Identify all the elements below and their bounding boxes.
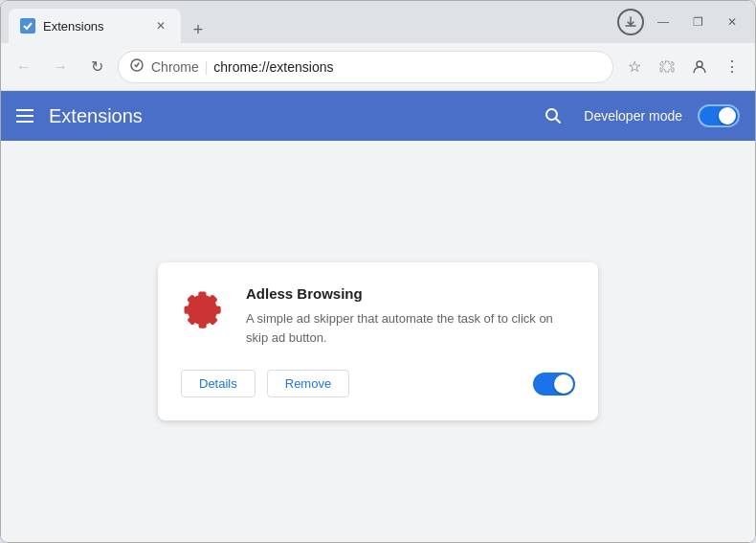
profile-button[interactable] (684, 52, 715, 82)
bookmark-button[interactable]: ☆ (619, 52, 650, 82)
hamburger-line (16, 109, 33, 111)
security-icon (130, 58, 144, 75)
extension-toggle-knob (554, 374, 573, 394)
extension-card: Adless Browsing A simple ad skipper that… (158, 262, 598, 420)
svg-point-2 (697, 61, 702, 67)
extension-info: Adless Browsing A simple ad skipper that… (246, 285, 575, 347)
extension-card-top: Adless Browsing A simple ad skipper that… (181, 285, 575, 347)
tab-close-button[interactable]: ✕ (152, 17, 169, 34)
extension-gear-icon (183, 287, 225, 329)
toggle-knob (719, 107, 736, 124)
reload-button[interactable]: ↻ (81, 52, 112, 82)
forward-button[interactable]: → (45, 52, 76, 82)
chrome-label: Chrome (151, 59, 199, 75)
extension-description: A simple ad skipper that automate the ta… (246, 309, 575, 347)
browser-window: Extensions ✕ + — ❐ ✕ ← → ↻ (0, 0, 756, 543)
svg-rect-0 (20, 18, 35, 34)
developer-mode-toggle[interactable] (698, 104, 740, 127)
hamburger-line (16, 121, 33, 123)
title-bar: Extensions ✕ + — ❐ ✕ (1, 1, 755, 43)
maximize-button[interactable]: ❐ (682, 9, 713, 35)
details-button[interactable]: Details (181, 370, 256, 397)
back-button[interactable]: ← (9, 52, 39, 82)
toolbar: ← → ↻ Chrome | chrome://extensions ☆ (1, 43, 755, 91)
download-indicator[interactable] (617, 9, 644, 35)
extension-card-bottom: Details Remove (181, 370, 575, 397)
close-button[interactable]: ✕ (717, 9, 747, 35)
minimize-button[interactable]: — (648, 9, 678, 35)
tab-title: Extensions (43, 19, 145, 34)
extension-name: Adless Browsing (246, 285, 575, 302)
developer-mode-label: Developer mode (584, 108, 682, 124)
tab-area: Extensions ✕ + (9, 1, 613, 43)
extensions-content: 🔍 RISK.COM Adless Browsing A simple ad s… (1, 141, 755, 542)
tab-icon (20, 18, 35, 34)
new-tab-button[interactable]: + (185, 16, 211, 43)
header-search-button[interactable] (538, 101, 568, 131)
extensions-button[interactable] (652, 52, 682, 82)
address-text: Chrome | chrome://extensions (151, 59, 601, 75)
remove-button[interactable]: Remove (267, 370, 349, 397)
active-tab[interactable]: Extensions ✕ (9, 9, 181, 43)
extension-icon-wrapper (181, 285, 227, 331)
window-controls: — ❐ ✕ (648, 9, 747, 35)
address-separator: | (205, 59, 212, 75)
address-bar[interactable]: Chrome | chrome://extensions (118, 51, 613, 83)
extension-toggle[interactable] (533, 373, 575, 396)
toolbar-actions: ☆ ⋮ (619, 52, 747, 82)
hamburger-menu[interactable] (16, 109, 33, 123)
address-url: chrome://extensions (213, 59, 333, 75)
extensions-header: Extensions Developer mode (1, 91, 755, 141)
hamburger-line (16, 115, 33, 117)
extensions-title: Extensions (49, 105, 523, 127)
menu-button[interactable]: ⋮ (717, 52, 747, 82)
